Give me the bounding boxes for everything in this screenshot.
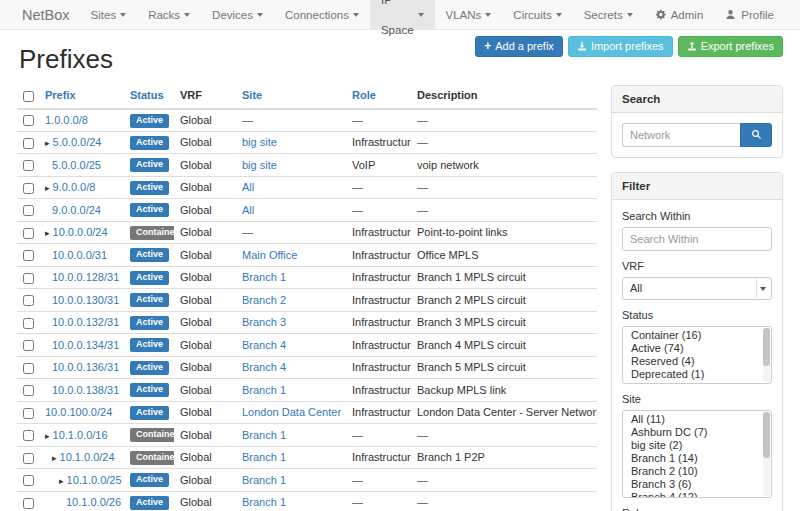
row-checkbox[interactable] [23,385,34,396]
header-status[interactable]: Status [124,85,174,109]
site-link[interactable]: Branch 1 [242,496,286,508]
select-all-checkbox[interactable] [23,91,34,102]
nav-item-circuits[interactable]: Circuits [502,0,572,29]
row-checkbox[interactable] [23,498,34,509]
prefix-link[interactable]: 10.1.0.0/25 [67,474,122,486]
add-prefix-button[interactable]: + Add a prefix [475,36,563,57]
nav-item-racks[interactable]: Racks [137,0,201,29]
nav-item-sites[interactable]: Sites [80,0,138,29]
prefix-link[interactable]: 10.0.0.138/31 [52,384,119,396]
prefix-link[interactable]: 9.0.0.0/8 [53,181,96,193]
site-link[interactable]: Branch 1 [242,451,286,463]
nav-item-connections[interactable]: Connections [274,0,370,29]
prefix-link[interactable]: 10.1.0.0/26 [66,496,121,508]
prefix-link[interactable]: 10.0.100.0/24 [45,406,112,418]
site-link[interactable]: London Data Center [242,406,341,418]
header-prefix[interactable]: Prefix [39,85,124,109]
nav-item-label: VLANs [446,0,482,30]
prefix-link[interactable]: 1.0.0.0/8 [45,114,88,126]
header-role[interactable]: Role [346,85,411,109]
site-link[interactable]: All [242,204,254,216]
row-checkbox[interactable] [23,295,34,306]
export-prefixes-button[interactable]: Export prefixes [678,36,783,57]
table-row: 10.0.0.0/31 Active Global Main Office In… [17,244,597,267]
vrf-select[interactable]: All [622,277,772,300]
row-checkbox[interactable] [23,250,34,261]
row-checkbox[interactable] [23,205,34,216]
site-link[interactable]: Branch 1 [242,474,286,486]
site-cell: big site [236,154,346,177]
prefix-link[interactable]: 10.0.0.130/31 [52,294,119,306]
row-checkbox[interactable] [23,318,34,329]
row-checkbox[interactable] [23,160,34,171]
row-checkbox[interactable] [23,453,34,464]
filter-option[interactable]: Reserved (4) [623,355,771,368]
prefix-link[interactable]: 10.0.0.0/31 [52,249,107,261]
row-checkbox[interactable] [23,138,34,149]
filter-option[interactable]: All (11) [623,413,771,426]
prefix-link[interactable]: 10.0.0.136/31 [52,361,119,373]
search-button[interactable] [740,123,772,147]
filter-option[interactable]: Deprecated (1) [623,368,771,381]
site-filter-list[interactable]: All (11)Ashburn DC (7)big site (2)Branch… [622,410,772,498]
filter-option[interactable]: Branch 2 (10) [623,465,771,478]
nav-item-label: Admin [671,0,704,30]
scrollbar[interactable] [763,328,770,382]
row-checkbox[interactable] [23,408,34,419]
prefix-link[interactable]: 10.0.0.134/31 [52,339,119,351]
description-cell: Office MPLS [411,244,597,267]
filter-option[interactable]: Container (16) [623,329,771,342]
vrf-cell: Global [174,176,236,199]
prefix-link[interactable]: 10.0.0.132/31 [52,316,119,328]
prefix-link[interactable]: 10.1.0.0/24 [60,451,115,463]
prefix-link[interactable]: 5.0.0.0/25 [52,159,101,171]
site-link[interactable]: Branch 4 [242,361,286,373]
row-checkbox[interactable] [23,363,34,374]
site-link[interactable]: Branch 1 [242,384,286,396]
filter-option[interactable]: Branch 4 (12) [623,491,771,498]
search-panel: Search [611,85,783,158]
site-link[interactable]: Branch 3 [242,316,286,328]
filter-option[interactable]: Ashburn DC (7) [623,426,771,439]
row-checkbox[interactable] [23,228,34,239]
prefix-link[interactable]: 9.0.0.0/24 [52,204,101,216]
prefix-link[interactable]: 10.0.0.128/31 [52,271,119,283]
nav-item-admin[interactable]: Admin [644,0,715,29]
row-checkbox[interactable] [23,273,34,284]
site-link[interactable]: Branch 1 [242,429,286,441]
site-link[interactable]: big site [242,136,277,148]
site-link[interactable]: Branch 2 [242,294,286,306]
prefix-link[interactable]: 10.0.0.0/24 [53,226,108,238]
site-link[interactable]: big site [242,159,277,171]
row-checkbox[interactable] [23,430,34,441]
nav-item-devices[interactable]: Devices [201,0,274,29]
row-checkbox[interactable] [23,475,34,486]
prefix-link[interactable]: 5.0.0.0/24 [53,136,102,148]
site-link[interactable]: Branch 4 [242,339,286,351]
scrollbar[interactable] [763,412,770,496]
filter-option[interactable]: Branch 1 (14) [623,452,771,465]
nav-item-vlans[interactable]: VLANs [435,0,503,29]
site-link[interactable]: All [242,181,254,193]
status-filter-list[interactable]: Container (16)Active (74)Reserved (4)Dep… [622,326,772,384]
prefix-link[interactable]: 10.1.0.0/16 [53,429,108,441]
row-checkbox[interactable] [23,340,34,351]
app-brand[interactable]: NetBox [12,0,80,29]
description-cell: Point-to-point links [411,221,597,244]
site-cell: Branch 3 [236,311,346,334]
site-link[interactable]: Branch 1 [242,271,286,283]
filter-option[interactable]: Branch 3 (6) [623,478,771,491]
filter-option[interactable]: Active (74) [623,342,771,355]
nav-item-profile[interactable]: Profile [714,0,785,29]
site-link[interactable]: Main Office [242,249,297,261]
nav-item-secrets[interactable]: Secrets [573,0,644,29]
import-prefixes-button[interactable]: Import prefixes [568,36,673,57]
header-site[interactable]: Site [236,85,346,109]
search-within-input[interactable] [622,227,772,251]
row-checkbox[interactable] [23,115,34,126]
row-checkbox[interactable] [23,183,34,194]
nav-item-ip-space[interactable]: IP Space [370,0,435,29]
nav-item-logout[interactable]: Log out [785,0,800,29]
filter-option[interactable]: big site (2) [623,439,771,452]
search-input[interactable] [622,123,740,147]
